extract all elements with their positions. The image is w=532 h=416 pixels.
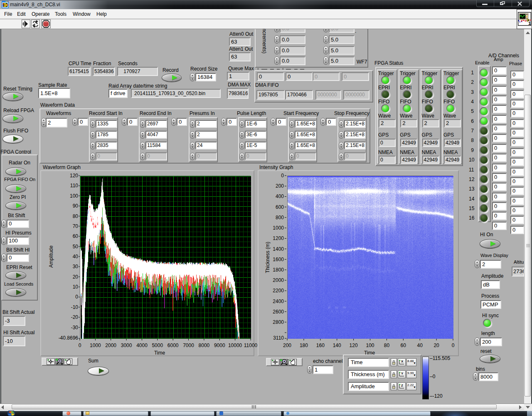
svg-text:60: 60 <box>73 233 79 239</box>
svg-text:0: 0 <box>281 173 284 179</box>
svg-text:1000: 1000 <box>90 343 101 348</box>
svg-text:0: 0 <box>79 343 81 348</box>
svg-text:20: 20 <box>433 343 439 348</box>
svg-text:2800: 2800 <box>273 319 284 325</box>
svg-text:9000: 9000 <box>214 343 225 348</box>
svg-text:200: 200 <box>283 343 291 348</box>
svg-text:50: 50 <box>73 244 79 250</box>
svg-text:Y: Y <box>401 372 404 375</box>
svg-text:3000: 3000 <box>121 343 132 348</box>
svg-text:-30: -30 <box>71 325 79 330</box>
svg-text:400: 400 <box>276 193 284 199</box>
svg-text:160: 160 <box>316 343 325 348</box>
svg-text:40: 40 <box>73 254 79 259</box>
svg-text:1400: 1400 <box>273 246 284 252</box>
svg-text:-10: -10 <box>71 304 79 310</box>
svg-text:0: 0 <box>452 343 455 348</box>
svg-text:8000: 8000 <box>199 343 210 348</box>
svg-text:4000: 4000 <box>136 343 148 348</box>
svg-text:40: 40 <box>417 343 423 348</box>
svg-text:70: 70 <box>73 223 79 229</box>
svg-text:2600: 2600 <box>273 309 284 315</box>
svg-text:800: 800 <box>276 215 284 220</box>
svg-text:180: 180 <box>300 343 308 348</box>
svg-text:6000: 6000 <box>167 343 179 348</box>
svg-text:120: 120 <box>70 173 78 179</box>
svg-text:10: 10 <box>73 284 79 290</box>
svg-text:100: 100 <box>70 193 78 199</box>
svg-text:Thickness (m): Thickness (m) <box>265 242 271 273</box>
svg-text:0: 0 <box>75 294 78 300</box>
svg-text:20: 20 <box>73 274 79 280</box>
svg-text:Z: Z <box>401 384 403 387</box>
svg-text:-40.8696: -40.8696 <box>59 335 79 341</box>
svg-text:7000: 7000 <box>183 343 194 348</box>
svg-text:600: 600 <box>276 204 284 210</box>
svg-text:60: 60 <box>401 343 406 348</box>
svg-text:2400: 2400 <box>273 299 284 304</box>
svg-text:110: 110 <box>70 183 78 188</box>
svg-text:200: 200 <box>276 183 284 189</box>
svg-text:3110: 3110 <box>273 335 284 341</box>
svg-text:80: 80 <box>73 213 79 219</box>
svg-text:1200: 1200 <box>273 235 284 241</box>
svg-text:90: 90 <box>73 203 79 209</box>
svg-text:2000: 2000 <box>273 277 284 283</box>
svg-text:1800: 1800 <box>273 267 284 273</box>
svg-text:5000: 5000 <box>152 343 163 348</box>
svg-text:100: 100 <box>366 343 374 348</box>
svg-text:X: X <box>401 360 404 363</box>
svg-text:1: 1 <box>528 21 531 26</box>
svg-text:120: 120 <box>350 343 358 348</box>
svg-text:1000: 1000 <box>273 225 284 231</box>
svg-text:1600: 1600 <box>273 257 284 262</box>
svg-text:80: 80 <box>384 343 390 348</box>
svg-text:140: 140 <box>333 343 341 348</box>
svg-text:Amplitude: Amplitude <box>48 245 54 268</box>
svg-text:30: 30 <box>73 264 79 269</box>
svg-text:2000: 2000 <box>105 343 116 348</box>
svg-text:2200: 2200 <box>273 288 284 294</box>
svg-text:Time: Time <box>154 350 165 356</box>
svg-text:11000: 11000 <box>244 343 258 348</box>
svg-text:10000: 10000 <box>228 343 242 348</box>
svg-text:-20: -20 <box>71 314 79 320</box>
